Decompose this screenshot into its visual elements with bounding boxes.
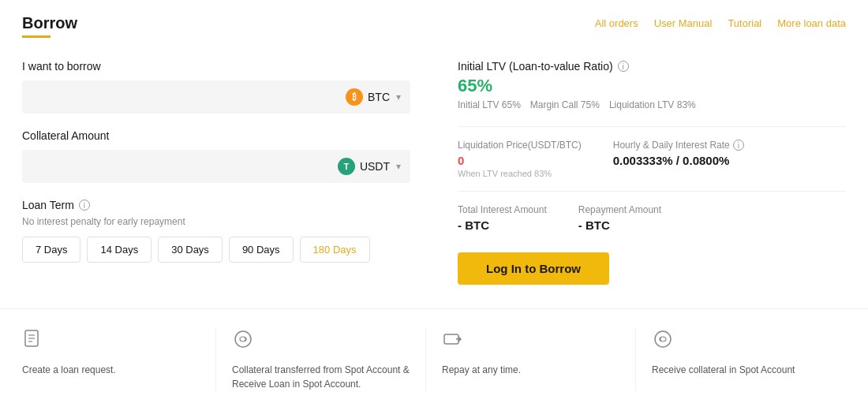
step-3-text: Repay at any time. — [442, 363, 521, 377]
btc-icon: ₿ — [346, 88, 363, 106]
total-interest-value: - BTC — [458, 218, 547, 232]
svg-point-4 — [235, 331, 251, 347]
liquidation-stat: Liquidation Price(USDT/BTC) 0 When LTV r… — [458, 140, 582, 178]
term-90-days[interactable]: 90 Days — [229, 237, 294, 263]
more-loan-data-link[interactable]: More loan data — [777, 17, 846, 29]
step-3: Repay at any time. — [426, 328, 636, 391]
page-header: Borrow All orders User Manual Tutorial M… — [0, 0, 868, 38]
main-content: I want to borrow ₿ BTC ▾ Collateral Amou… — [0, 38, 868, 285]
term-14-days[interactable]: 14 Days — [87, 237, 152, 263]
collateral-label: Collateral Amount — [22, 129, 410, 142]
interest-label: Hourly & Daily Interest Rate — [613, 140, 730, 151]
interest-label-row: Hourly & Daily Interest Rate i — [613, 140, 744, 151]
ltv-header-row: Initial LTV (Loan-to-value Ratio) i — [458, 60, 846, 73]
liquidation-value: 0 — [458, 154, 582, 167]
stats-row-2: Total Interest Amount - BTC Repayment Am… — [458, 204, 846, 232]
loan-term-header: Loan Term i — [22, 199, 410, 211]
borrow-input-row: ₿ BTC ▾ — [22, 80, 410, 114]
left-panel: I want to borrow ₿ BTC ▾ Collateral Amou… — [22, 60, 410, 285]
page-title: Borrow — [22, 14, 77, 32]
right-panel: Initial LTV (Loan-to-value Ratio) i 65% … — [458, 60, 846, 285]
total-interest-label: Total Interest Amount — [458, 204, 547, 215]
interest-value: 0.003333% / 0.0800% — [613, 154, 744, 167]
ltv-value: 65% — [458, 76, 846, 96]
liquidation-sublabel: When LTV reached 83% — [458, 169, 582, 178]
collateral-input[interactable] — [32, 160, 338, 173]
ltv-section: Initial LTV (Loan-to-value Ratio) i 65% … — [458, 60, 846, 110]
loan-term-info-icon[interactable]: i — [79, 200, 90, 211]
term-180-days[interactable]: 180 Days — [300, 237, 370, 263]
ltv-liquidation-note: Liquidation LTV 83% — [609, 99, 696, 110]
liquidation-label: Liquidation Price(USDT/BTC) — [458, 140, 582, 151]
svg-point-6 — [655, 331, 671, 347]
collateral-input-row: T USDT ▾ — [22, 150, 410, 183]
ltv-title: Initial LTV (Loan-to-value Ratio) — [458, 60, 613, 73]
step-1: Create a loan request. — [22, 328, 216, 391]
ltv-margin-note: Margin Call 75% — [530, 99, 600, 110]
borrow-currency-chevron: ▾ — [396, 91, 401, 103]
divider-2 — [458, 191, 846, 192]
term-30-days[interactable]: 30 Days — [158, 237, 223, 263]
borrow-input[interactable] — [32, 91, 346, 103]
brand-underline — [22, 35, 51, 38]
brand-section: Borrow — [22, 14, 77, 38]
repayment-stat: Repayment Amount - BTC — [578, 204, 661, 232]
step-2-text: Collateral transferred from Spot Account… — [232, 363, 410, 391]
step-4: Receive collateral in Spot Account — [636, 328, 846, 391]
repayment-label: Repayment Amount — [578, 204, 661, 215]
loan-term-section: Loan Term i No interest penalty for earl… — [22, 199, 410, 263]
usdt-icon: T — [338, 158, 355, 175]
header-links: All orders User Manual Tutorial More loa… — [595, 14, 846, 29]
all-orders-link[interactable]: All orders — [595, 17, 638, 29]
bottom-steps: Create a loan request. Collateral transf… — [0, 308, 868, 403]
collateral-currency-name: USDT — [360, 160, 390, 173]
step-2: Collateral transferred from Spot Account… — [216, 328, 426, 391]
step-4-text: Receive collateral in Spot Account — [652, 363, 795, 377]
ltv-info-icon[interactable]: i — [618, 61, 629, 72]
no-penalty-text: No interest penalty for early repayment — [22, 216, 410, 227]
step-2-icon — [232, 328, 254, 355]
step-4-icon — [652, 328, 674, 355]
collateral-currency-chevron: ▾ — [396, 161, 401, 172]
ltv-notes: Initial LTV 65% Margin Call 75% Liquidat… — [458, 99, 846, 110]
interest-rate-stat: Hourly & Daily Interest Rate i 0.003333%… — [613, 140, 744, 178]
tutorial-link[interactable]: Tutorial — [728, 17, 761, 29]
loan-term-label: Loan Term — [22, 199, 74, 211]
user-manual-link[interactable]: User Manual — [654, 17, 713, 29]
borrow-label: I want to borrow — [22, 60, 410, 73]
step-1-text: Create a loan request. — [22, 363, 116, 377]
borrow-currency-name: BTC — [368, 91, 390, 103]
stats-row-1: Liquidation Price(USDT/BTC) 0 When LTV r… — [458, 140, 846, 178]
collateral-currency-selector[interactable]: T USDT ▾ — [338, 158, 401, 175]
term-7-days[interactable]: 7 Days — [22, 237, 80, 263]
collateral-section: Collateral Amount T USDT ▾ — [22, 129, 410, 183]
total-interest-stat: Total Interest Amount - BTC — [458, 204, 547, 232]
ltv-initial-note: Initial LTV 65% — [458, 99, 521, 110]
interest-info-icon[interactable]: i — [733, 140, 744, 151]
repayment-value: - BTC — [578, 218, 661, 232]
divider-1 — [458, 126, 846, 127]
step-3-icon — [442, 328, 464, 355]
term-buttons: 7 Days 14 Days 30 Days 90 Days 180 Days — [22, 237, 410, 263]
step-1-icon — [22, 328, 44, 355]
login-borrow-button[interactable]: Log In to Borrow — [458, 252, 609, 285]
borrow-currency-selector[interactable]: ₿ BTC ▾ — [346, 88, 401, 106]
